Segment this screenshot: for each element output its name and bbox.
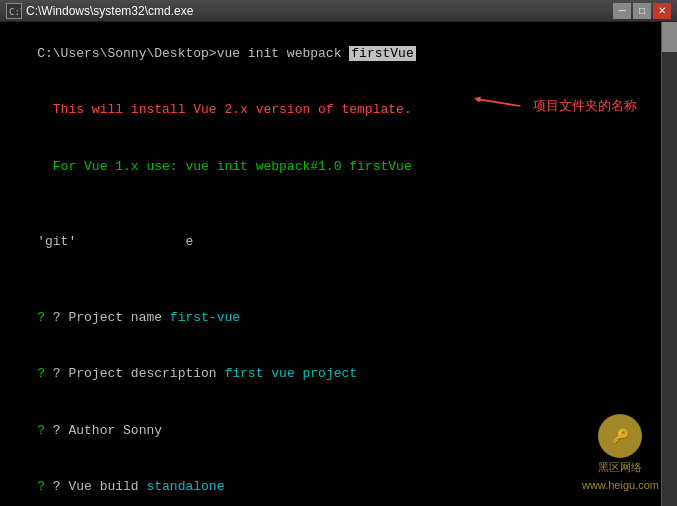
author-value: Sonny [123,423,162,438]
svg-marker-3 [474,97,481,103]
minimize-button[interactable]: ─ [613,3,631,19]
warning-text: This will install Vue 2.x version of tem… [37,102,411,117]
watermark: 🔑 黑区网络 www.heigu.com [582,414,659,494]
annotation-arrow [469,94,529,118]
vue-build-value: standalone [146,479,224,494]
svg-text:🔑: 🔑 [612,428,630,445]
annotation: 项目文件夹的名称 [469,94,637,118]
watermark-line2: www.heigu.com [582,478,659,494]
project-desc-line: ? ? Project description first vue projec… [6,346,671,403]
svg-line-2 [478,99,521,106]
window-title: C:\Windows\system32\cmd.exe [26,4,193,18]
svg-text:C:\: C:\ [9,7,21,17]
question-mark-1: ? [37,310,53,325]
scrollbar[interactable] [661,22,677,506]
prompt-line: C:\Users\Sonny\Desktop>vue init webpack … [6,26,671,83]
info-line: For Vue 1.x use: vue init webpack#1.0 fi… [6,139,671,196]
project-name-line: ? ? Project name first-vue [6,290,671,347]
window-controls: ─ □ ✕ [613,3,671,19]
project-name-label: ? Project name [53,310,170,325]
project-desc-label: ? Project description [53,366,225,381]
title-bar: C:\ C:\Windows\system32\cmd.exe ─ □ ✕ [0,0,677,22]
scrollbar-thumb[interactable] [662,22,677,52]
watermark-logo: 🔑 [598,414,642,458]
terminal-area: C:\Users\Sonny\Desktop>vue init webpack … [0,22,677,506]
title-bar-left: C:\ C:\Windows\system32\cmd.exe [6,3,193,19]
project-desc-value: first vue project [224,366,357,381]
vue-build-label: ? Vue build [53,479,147,494]
watermark-line1: 黑区网络 [598,460,642,476]
author-line: ? ? Author Sonny [6,403,671,460]
empty-line-2 [6,271,671,290]
question-mark-3: ? [37,423,53,438]
git-text: 'git' e [37,234,193,249]
question-mark-4: ? [37,479,53,494]
author-label: ? Author [53,423,123,438]
annotation-text: 项目文件夹的名称 [533,97,637,116]
question-mark-2: ? [37,366,53,381]
cmd-icon: C:\ [6,3,22,19]
git-line: 'git' e [6,214,671,271]
info-text: For Vue 1.x use: vue init webpack#1.0 fi… [37,159,411,174]
vue-build-line: ? ? Vue build standalone [6,459,671,506]
maximize-button[interactable]: □ [633,3,651,19]
close-button[interactable]: ✕ [653,3,671,19]
highlighted-input: firstVue [349,46,415,61]
project-name-value: first-vue [170,310,240,325]
empty-line-1 [6,196,671,215]
prompt-text: C:\Users\Sonny\Desktop>vue init webpack [37,46,349,61]
